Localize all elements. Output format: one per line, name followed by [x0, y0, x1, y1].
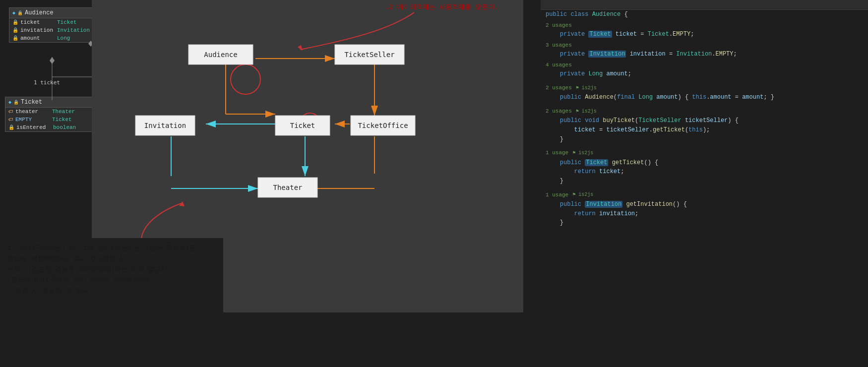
ticket-label: Ticket: [21, 99, 42, 106]
svg-text:TicketOffice: TicketOffice: [358, 122, 408, 129]
ticket-icon-blue: ◆: [8, 99, 11, 105]
svg-text:1 ticket: 1 ticket: [34, 79, 60, 86]
code-panel: public class Audience { 2 usages private…: [541, 0, 868, 367]
audience-lock: 🔒: [17, 10, 23, 16]
note-line5: → 검증 시 활용될 수 있다.: [7, 286, 216, 296]
audience-uml-box: ◆ 🔒 Audience 🔒 ticket Ticket 🔒 invitatio…: [9, 7, 96, 43]
code-field-invitation: private Invitation invitation = Invitati…: [541, 50, 868, 59]
code-spacer-1: [541, 79, 868, 83]
code-spacer-4: [541, 186, 868, 190]
code-usages-4: 4 usages: [541, 59, 868, 70]
audience-field-invitation: 🔒 invitation Invitation: [9, 26, 95, 34]
code-constructor: public Audience(final Long amount) { thi…: [541, 93, 868, 102]
theater-tag-icon: 🏷: [8, 109, 13, 115]
svg-text:Ticket: Ticket: [290, 122, 315, 129]
code-field-ticket: private Ticket ticket = Ticket.EMPTY;: [541, 30, 868, 39]
code-usages-1b: 1 usage: [546, 191, 568, 199]
code-usages-3: 3 usages: [541, 39, 868, 50]
code-usages-2c: 2 usages: [546, 107, 572, 116]
bottom-text-area: 1. 거래(구매기능) or 그냥 받기(기능) 든 [받는 객체들]은 필드에…: [0, 238, 223, 367]
code-getinvitation-close: }: [541, 218, 868, 228]
code-is2js-d: ⚑ is2js: [572, 191, 593, 198]
code-usages-2c-row: 2 usages ⚑ is2js: [541, 106, 868, 117]
code-usages-2b: 2 usages: [546, 84, 572, 92]
note-line1: 1. 거래(구매기능) or 그냥 받기(기능) 든 [받는 객체들]은: [7, 243, 216, 253]
note-line3: 특히, [소모성/검증용 데이터객체]라면 미리 알고서: [7, 264, 216, 275]
data-note-text: .2 데이터객체는 사용객체를 모른다.: [385, 3, 498, 11]
code-usages-1a: 1 usage: [546, 149, 568, 157]
code-usages-1b-row: 1 usage ⚑ is2js: [541, 190, 868, 200]
code-getinvitation-body: return invitation;: [541, 209, 868, 219]
code-spacer-3: [541, 144, 868, 148]
svg-marker-4: [50, 57, 55, 64]
code-getinvitation-open: public Invitation getInvitation() {: [541, 200, 868, 209]
code-spacer-2: [541, 102, 868, 106]
code-titlebar: [541, 0, 868, 10]
audience-label: Audience: [25, 9, 54, 16]
code-is2js-c: ⚑ is2js: [572, 149, 593, 157]
ticket-uml-box: ◆ 🔒 Ticket 🏷 theater Theater 🏷 EMPTY Tic…: [5, 97, 94, 132]
audience-title: ◆ 🔒 Audience: [9, 8, 95, 18]
code-buyticket-body: ticket = ticketSeller.getTicket(this);: [541, 125, 868, 135]
code-getticket-close: }: [541, 177, 868, 186]
svg-text:Invitation: Invitation: [144, 122, 186, 129]
ticket-lock-icon: 🔒: [12, 19, 18, 25]
audience-field-ticket: 🔒 ticket Ticket: [9, 18, 95, 26]
note-line2: 필드에 저장해야하니 알고 있어야한다.: [7, 253, 216, 264]
code-buyticket-close: }: [541, 135, 868, 144]
code-is2js-b: ⚑ is2js: [576, 108, 597, 115]
data-note-annotation: .2 데이터객체는 사용객체를 모른다.: [385, 2, 498, 11]
ticket-field-theater: 🏷 theater Theater: [5, 108, 94, 116]
ticket-lock-title: 🔒: [13, 100, 19, 105]
code-usages-2a: 2 usages: [541, 19, 868, 30]
svg-text:Theater: Theater: [273, 184, 302, 191]
ticket-field-isentered: 🔒 isEntered boolean: [5, 123, 94, 131]
empty-tag-icon: 🏷: [8, 117, 13, 122]
audience-icon-blue: ◆: [12, 10, 15, 16]
code-field-amount: private Long amount;: [541, 69, 868, 79]
code-usages-1a-row: 1 usage ⚑ is2js: [541, 148, 868, 158]
ticket-title: ◆ 🔒 Ticket: [5, 97, 94, 108]
note-line4: [필드에 NULL객체로 미리 박아서 초기화]해야: [7, 275, 216, 285]
svg-text:Audience: Audience: [204, 51, 237, 59]
code-buyticket-open: public void buyTicket(TicketSeller ticke…: [541, 116, 868, 125]
code-class-header: public class Audience {: [541, 10, 868, 19]
ticket-field-empty: 🏷 EMPTY Ticket: [5, 116, 94, 123]
isentered-lock-icon: 🔒: [8, 124, 14, 130]
code-is2js-a: ⚑ is2js: [576, 84, 597, 92]
code-getticket-open: public Ticket getTicket() {: [541, 158, 868, 168]
code-getticket-body: return ticket;: [541, 167, 868, 177]
amount-lock-icon: 🔒: [12, 35, 18, 41]
invitation-lock-icon: 🔒: [12, 27, 18, 33]
code-usages-2b-row: 2 usages ⚑ is2js: [541, 83, 868, 93]
audience-field-amount: 🔒 amount Long: [9, 34, 95, 42]
svg-text:TicketSeller: TicketSeller: [344, 51, 394, 59]
